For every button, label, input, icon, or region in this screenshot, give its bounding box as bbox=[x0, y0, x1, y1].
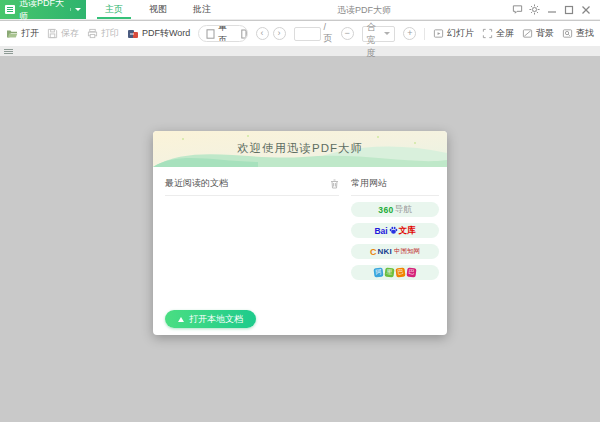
background-button[interactable]: 背景 bbox=[522, 27, 554, 40]
fullscreen-label: 全屏 bbox=[496, 27, 514, 40]
fullscreen-icon bbox=[482, 28, 493, 39]
double-page-button[interactable]: 双页 bbox=[234, 26, 247, 41]
window-controls bbox=[509, 0, 600, 19]
common-sites-title: 常用网站 bbox=[351, 177, 387, 190]
slideshow-label: 幻灯片 bbox=[447, 27, 474, 40]
toolbar-separator bbox=[424, 28, 425, 40]
app-menu-button[interactable]: 迅读PDF大师 bbox=[0, 0, 86, 19]
open-label: 打开 bbox=[21, 27, 39, 40]
recent-docs-panel: 最近阅读的文档 bbox=[165, 177, 339, 316]
pdf-to-word-button[interactable]: PDF转Word bbox=[127, 27, 190, 40]
open-local-doc-label: 打开本地文档 bbox=[189, 313, 243, 326]
trash-icon[interactable] bbox=[330, 179, 339, 189]
app-logo-icon bbox=[5, 5, 15, 14]
upload-arrow-icon bbox=[178, 317, 184, 322]
prev-page-button[interactable]: ‹ bbox=[256, 27, 269, 40]
tab-home[interactable]: 主页 bbox=[92, 0, 136, 19]
close-icon[interactable] bbox=[577, 2, 594, 18]
site-baidu-suffix: 文库 bbox=[399, 225, 416, 237]
sidebar-toggle-icon[interactable] bbox=[4, 49, 13, 54]
site-baidu-brand: Bai bbox=[374, 226, 387, 236]
tab-view[interactable]: 视图 bbox=[136, 0, 180, 19]
page-unit-label: /页 bbox=[324, 22, 333, 45]
minimize-icon[interactable] bbox=[543, 2, 560, 18]
ali-tile: 阿 bbox=[373, 267, 383, 277]
find-icon bbox=[562, 28, 573, 39]
site-360-nav[interactable]: 360 导航 bbox=[351, 202, 439, 217]
welcome-header: 欢迎使用迅读PDF大师 bbox=[153, 131, 447, 167]
save-button[interactable]: 保存 bbox=[47, 27, 79, 40]
settings-gear-icon[interactable] bbox=[526, 2, 543, 18]
background-icon bbox=[522, 28, 533, 39]
fullscreen-button[interactable]: 全屏 bbox=[482, 27, 514, 40]
site-cnki[interactable]: C NKI 中国知网 bbox=[351, 244, 439, 259]
welcome-dialog: 欢迎使用迅读PDF大师 最近阅读的文档 常用网站 360 导航 Bai bbox=[153, 131, 447, 335]
welcome-title: 欢迎使用迅读PDF大师 bbox=[153, 131, 447, 165]
find-label: 查找 bbox=[576, 27, 594, 40]
site-cnki-nki: NKI bbox=[377, 247, 392, 256]
single-page-button[interactable]: 单页 bbox=[199, 26, 234, 41]
open-local-doc-button[interactable]: 打开本地文档 bbox=[165, 310, 256, 328]
pdf-to-word-label: PDF转Word bbox=[142, 27, 190, 40]
recent-docs-list bbox=[165, 196, 339, 316]
print-label: 打印 bbox=[101, 27, 119, 40]
window-title: 迅读PDF大师 bbox=[337, 0, 391, 20]
zoom-mode-select[interactable]: 适合宽度 bbox=[362, 26, 396, 42]
ali-tile: 巴 bbox=[406, 267, 416, 277]
background-label: 背景 bbox=[536, 27, 554, 40]
single-page-label: 单页 bbox=[218, 25, 227, 42]
print-button[interactable]: 打印 bbox=[87, 27, 119, 40]
save-icon bbox=[47, 28, 58, 39]
site-360-brand: 360 bbox=[378, 205, 394, 215]
recent-docs-title: 最近阅读的文档 bbox=[165, 177, 228, 190]
baidu-paw-icon bbox=[389, 226, 398, 235]
ali-tile: 里 bbox=[384, 267, 394, 277]
app-menu-caret bbox=[70, 8, 81, 11]
single-page-icon bbox=[206, 29, 215, 39]
page-number-input[interactable] bbox=[294, 27, 321, 41]
slideshow-icon bbox=[433, 28, 444, 39]
sidebar-strip bbox=[0, 46, 600, 56]
chevron-down-icon bbox=[384, 32, 390, 35]
print-icon bbox=[87, 28, 98, 39]
app-name: 迅读PDF大师 bbox=[19, 0, 66, 23]
slideshow-button[interactable]: 幻灯片 bbox=[433, 27, 474, 40]
ribbon-tabs: 主页 视图 批注 bbox=[92, 0, 224, 19]
feedback-icon[interactable] bbox=[509, 2, 526, 18]
next-page-button[interactable]: › bbox=[273, 27, 286, 40]
site-baidu-wenku[interactable]: Bai 文库 bbox=[351, 223, 439, 238]
open-folder-icon bbox=[6, 28, 18, 40]
page-layout-group: 单页 双页 bbox=[198, 25, 247, 42]
title-bar: 迅读PDF大师 主页 视图 批注 迅读PDF大师 bbox=[0, 0, 600, 20]
open-button[interactable]: 打开 bbox=[6, 27, 39, 40]
tab-annotate[interactable]: 批注 bbox=[180, 0, 224, 19]
double-page-icon bbox=[241, 29, 247, 39]
site-alibaba[interactable]: 阿 里 巴 巴 bbox=[351, 265, 439, 280]
zoom-out-button[interactable]: − bbox=[341, 27, 354, 40]
site-cnki-suffix: 中国知网 bbox=[394, 247, 420, 256]
find-button[interactable]: 查找 bbox=[562, 27, 594, 40]
maximize-icon[interactable] bbox=[560, 2, 577, 18]
site-360-suffix: 导航 bbox=[395, 204, 412, 216]
site-cnki-c: C bbox=[370, 247, 377, 257]
ali-tile: 巴 bbox=[395, 267, 405, 277]
main-toolbar: 打开 保存 打印 PDF转Word 单页 双页 bbox=[0, 21, 600, 46]
save-label: 保存 bbox=[61, 27, 79, 40]
pdf-to-word-icon bbox=[127, 28, 139, 40]
common-sites-panel: 常用网站 360 导航 Bai 文库 C NKI 中国知网 阿 里 bbox=[351, 177, 439, 316]
zoom-in-button[interactable]: + bbox=[403, 27, 416, 40]
